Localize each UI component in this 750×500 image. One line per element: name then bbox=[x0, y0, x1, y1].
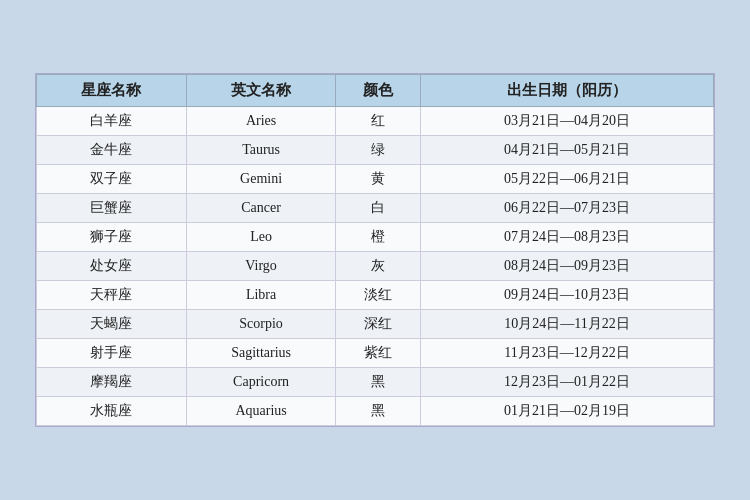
table-row: 天蝎座Scorpio深红10月24日—11月22日 bbox=[37, 310, 714, 339]
cell-chinese-name: 巨蟹座 bbox=[37, 194, 187, 223]
table-row: 摩羯座Capricorn黑12月23日—01月22日 bbox=[37, 368, 714, 397]
cell-chinese-name: 双子座 bbox=[37, 165, 187, 194]
cell-chinese-name: 处女座 bbox=[37, 252, 187, 281]
cell-english-name: Sagittarius bbox=[186, 339, 336, 368]
cell-english-name: Aquarius bbox=[186, 397, 336, 426]
table-body: 白羊座Aries红03月21日—04月20日金牛座Taurus绿04月21日—0… bbox=[37, 107, 714, 426]
cell-chinese-name: 摩羯座 bbox=[37, 368, 187, 397]
cell-english-name: Taurus bbox=[186, 136, 336, 165]
cell-color: 白 bbox=[336, 194, 421, 223]
cell-english-name: Libra bbox=[186, 281, 336, 310]
header-dates: 出生日期（阳历） bbox=[421, 75, 714, 107]
cell-chinese-name: 天蝎座 bbox=[37, 310, 187, 339]
table-row: 狮子座Leo橙07月24日—08月23日 bbox=[37, 223, 714, 252]
cell-color: 灰 bbox=[336, 252, 421, 281]
cell-dates: 05月22日—06月21日 bbox=[421, 165, 714, 194]
cell-english-name: Gemini bbox=[186, 165, 336, 194]
cell-color: 红 bbox=[336, 107, 421, 136]
cell-color: 深红 bbox=[336, 310, 421, 339]
table-header-row: 星座名称 英文名称 颜色 出生日期（阳历） bbox=[37, 75, 714, 107]
cell-color: 黑 bbox=[336, 368, 421, 397]
cell-chinese-name: 白羊座 bbox=[37, 107, 187, 136]
cell-english-name: Scorpio bbox=[186, 310, 336, 339]
cell-dates: 04月21日—05月21日 bbox=[421, 136, 714, 165]
cell-chinese-name: 天秤座 bbox=[37, 281, 187, 310]
cell-dates: 07月24日—08月23日 bbox=[421, 223, 714, 252]
table-row: 水瓶座Aquarius黑01月21日—02月19日 bbox=[37, 397, 714, 426]
cell-chinese-name: 狮子座 bbox=[37, 223, 187, 252]
cell-chinese-name: 水瓶座 bbox=[37, 397, 187, 426]
cell-dates: 03月21日—04月20日 bbox=[421, 107, 714, 136]
cell-dates: 11月23日—12月22日 bbox=[421, 339, 714, 368]
cell-english-name: Capricorn bbox=[186, 368, 336, 397]
cell-english-name: Virgo bbox=[186, 252, 336, 281]
cell-color: 淡红 bbox=[336, 281, 421, 310]
header-chinese-name: 星座名称 bbox=[37, 75, 187, 107]
header-english-name: 英文名称 bbox=[186, 75, 336, 107]
cell-color: 紫红 bbox=[336, 339, 421, 368]
table-row: 天秤座Libra淡红09月24日—10月23日 bbox=[37, 281, 714, 310]
cell-color: 橙 bbox=[336, 223, 421, 252]
cell-dates: 10月24日—11月22日 bbox=[421, 310, 714, 339]
cell-color: 绿 bbox=[336, 136, 421, 165]
cell-english-name: Leo bbox=[186, 223, 336, 252]
zodiac-table: 星座名称 英文名称 颜色 出生日期（阳历） 白羊座Aries红03月21日—04… bbox=[36, 74, 714, 426]
cell-dates: 09月24日—10月23日 bbox=[421, 281, 714, 310]
header-color: 颜色 bbox=[336, 75, 421, 107]
cell-color: 黄 bbox=[336, 165, 421, 194]
table-row: 巨蟹座Cancer白06月22日—07月23日 bbox=[37, 194, 714, 223]
cell-color: 黑 bbox=[336, 397, 421, 426]
cell-english-name: Cancer bbox=[186, 194, 336, 223]
cell-chinese-name: 射手座 bbox=[37, 339, 187, 368]
cell-dates: 08月24日—09月23日 bbox=[421, 252, 714, 281]
cell-dates: 12月23日—01月22日 bbox=[421, 368, 714, 397]
table-row: 金牛座Taurus绿04月21日—05月21日 bbox=[37, 136, 714, 165]
cell-english-name: Aries bbox=[186, 107, 336, 136]
zodiac-table-container: 星座名称 英文名称 颜色 出生日期（阳历） 白羊座Aries红03月21日—04… bbox=[35, 73, 715, 427]
table-row: 射手座Sagittarius紫红11月23日—12月22日 bbox=[37, 339, 714, 368]
table-row: 处女座Virgo灰08月24日—09月23日 bbox=[37, 252, 714, 281]
cell-dates: 06月22日—07月23日 bbox=[421, 194, 714, 223]
cell-dates: 01月21日—02月19日 bbox=[421, 397, 714, 426]
table-row: 白羊座Aries红03月21日—04月20日 bbox=[37, 107, 714, 136]
table-row: 双子座Gemini黄05月22日—06月21日 bbox=[37, 165, 714, 194]
cell-chinese-name: 金牛座 bbox=[37, 136, 187, 165]
